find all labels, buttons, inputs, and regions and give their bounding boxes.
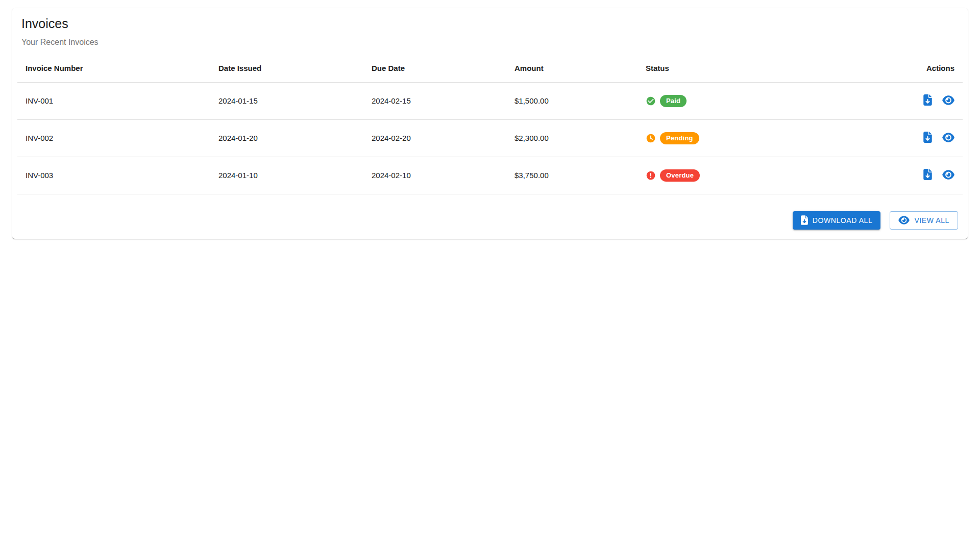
- view-all-label: VIEW ALL: [914, 216, 949, 224]
- status-badge: Pending: [660, 132, 699, 144]
- invoice-number-cell: INV-003: [17, 157, 210, 194]
- exclamation-circle-icon: [646, 170, 656, 181]
- view-invoice-button[interactable]: [942, 169, 954, 182]
- table-header-row: Invoice Number Date Issued Due Date Amou…: [17, 54, 963, 82]
- invoice-number-cell: INV-001: [17, 82, 210, 119]
- view-invoice-button[interactable]: [942, 95, 954, 107]
- status-cell: Overdue: [646, 157, 852, 194]
- due-date-cell: 2024-02-20: [363, 119, 506, 157]
- row-actions: [869, 83, 954, 119]
- eye-icon: [898, 215, 910, 225]
- download-invoice-button[interactable]: [923, 132, 932, 144]
- amount-cell: $1,500.00: [506, 82, 638, 119]
- invoice-number-cell: INV-002: [17, 119, 210, 157]
- column-header-invoice-number: Invoice Number: [17, 54, 210, 82]
- table-row: INV-001 2024-01-15 2024-02-15 $1,500.00 …: [17, 82, 963, 119]
- column-header-status: Status: [638, 54, 861, 82]
- page-subtitle: Your Recent Invoices: [17, 36, 963, 48]
- clock-icon: [646, 133, 656, 143]
- status-badge: Overdue: [660, 169, 700, 182]
- eye-icon: [942, 95, 954, 107]
- amount-cell: $2,300.00: [506, 119, 638, 157]
- file-download-icon: [801, 215, 808, 225]
- date-issued-cell: 2024-01-10: [210, 157, 363, 194]
- due-date-cell: 2024-02-15: [363, 82, 506, 119]
- invoices-table: Invoice Number Date Issued Due Date Amou…: [17, 54, 963, 194]
- date-issued-cell: 2024-01-15: [210, 82, 363, 119]
- column-header-amount: Amount: [506, 54, 638, 82]
- table-row: INV-002 2024-01-20 2024-02-20 $2,300.00 …: [17, 119, 963, 157]
- amount-cell: $3,750.00: [506, 157, 638, 194]
- date-issued-cell: 2024-01-20: [210, 119, 363, 157]
- row-actions: [869, 157, 954, 194]
- status-badge: Paid: [660, 95, 687, 107]
- table-row: INV-003 2024-01-10 2024-02-10 $3,750.00 …: [17, 157, 963, 194]
- column-header-due-date: Due Date: [363, 54, 506, 82]
- eye-icon: [942, 169, 954, 182]
- view-invoice-button[interactable]: [942, 132, 954, 144]
- download-invoice-button[interactable]: [923, 169, 932, 182]
- column-header-actions: Actions: [861, 54, 963, 82]
- check-circle-icon: [646, 96, 656, 106]
- view-all-button[interactable]: VIEW ALL: [890, 211, 958, 230]
- file-download-icon: [923, 94, 932, 107]
- card-footer: DOWNLOAD ALL VIEW ALL: [17, 211, 963, 230]
- status-cell: Pending: [646, 120, 852, 157]
- column-header-date-issued: Date Issued: [210, 54, 363, 82]
- row-actions: [869, 120, 954, 157]
- status-cell: Paid: [646, 83, 852, 119]
- download-all-label: DOWNLOAD ALL: [813, 216, 873, 224]
- file-download-icon: [923, 169, 932, 182]
- due-date-cell: 2024-02-10: [363, 157, 506, 194]
- page-title: Invoices: [17, 15, 963, 32]
- eye-icon: [942, 132, 954, 144]
- invoices-card: Invoices Your Recent Invoices Invoice Nu…: [12, 8, 968, 239]
- download-all-button[interactable]: DOWNLOAD ALL: [793, 211, 881, 230]
- file-download-icon: [923, 132, 932, 144]
- download-invoice-button[interactable]: [923, 94, 932, 107]
